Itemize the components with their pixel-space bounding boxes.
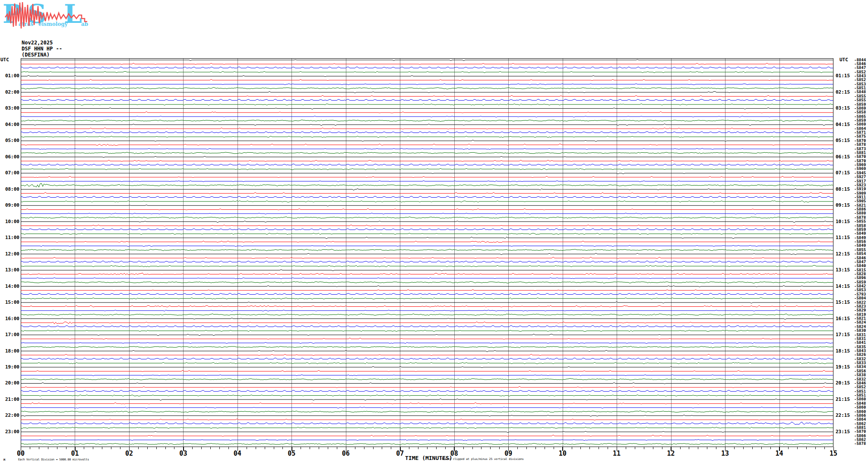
trace-offset-51: -5840 [854, 264, 866, 268]
trace-08:45 [21, 201, 833, 202]
hour-label-right-17: 17:15 [836, 332, 853, 338]
hour-label-right-6: 06:15 [836, 154, 853, 160]
header-station: (DESFINA) [22, 52, 50, 58]
trace-offset-10: -5855 [854, 98, 866, 102]
trace-13:00 [21, 270, 833, 271]
hour-label-left-8: 08:00 [0, 186, 19, 192]
trace-03:15 [21, 112, 833, 113]
hour-label-right-4: 04:15 [836, 122, 853, 128]
axis-tick-label-9: 09 [501, 450, 516, 457]
trace-18:15 [21, 354, 833, 356]
hour-label-right-3: 03:15 [836, 105, 853, 111]
scale-note: Each Vertical Division = 5000.00 microvo… [18, 458, 89, 461]
trace-offset-81: -5852 [854, 385, 866, 389]
trace-17:15 [21, 338, 833, 339]
trace-09:15 [21, 208, 833, 210]
trace-01:45 [21, 87, 833, 89]
trace-15:45 [21, 314, 833, 315]
trace-20:15 [21, 387, 833, 388]
hour-label-left-2: 02:00 [0, 89, 19, 95]
hour-label-right-18: 18:15 [836, 348, 853, 354]
trace-23:45 [21, 443, 833, 445]
hour-label-left-4: 04:00 [0, 122, 19, 128]
hour-label-left-6: 06:00 [0, 154, 19, 160]
trace-10:45 [21, 233, 833, 234]
hour-label-right-5: 05:15 [836, 138, 853, 144]
trace-18:45 [21, 362, 833, 364]
trace-00:15 [21, 63, 833, 64]
trace-15:00 [21, 302, 833, 303]
footer-mark: M [3, 458, 5, 462]
trace-09:00 [21, 205, 833, 206]
hour-label-right-22: 22:15 [836, 412, 853, 419]
utc-label-right: UTC [839, 57, 848, 63]
hour-label-right-21: 21:15 [836, 397, 853, 403]
hour-label-left-16: 16:00 [0, 316, 19, 322]
trace-07:30 [21, 181, 833, 182]
trace-12:00 [21, 253, 833, 255]
hour-label-left-3: 03:00 [0, 105, 19, 111]
hour-label-left-5: 05:00 [0, 138, 19, 144]
trace-06:45 [21, 168, 833, 170]
trace-02:15 [21, 95, 833, 97]
trace-23:30 [21, 439, 833, 441]
trace-16:45 [21, 330, 833, 331]
axis-tick-label-5: 05 [284, 450, 299, 457]
trace-10:15 [21, 225, 833, 226]
trace-offset-29: -5927 [854, 175, 866, 179]
trace-08:00 [21, 189, 833, 190]
hour-label-left-12: 12:00 [0, 251, 19, 257]
trace-21:15 [21, 403, 833, 404]
trace-08:30 [21, 196, 833, 198]
trace-16:30 [21, 326, 833, 327]
axis-tick-label-0: 00 [13, 450, 28, 457]
hour-label-left-18: 18:00 [0, 348, 19, 354]
trace-17:00 [21, 334, 833, 336]
trace-05:00 [21, 140, 833, 141]
trace-00:00 [21, 60, 833, 61]
hour-label-right-7: 07:15 [836, 170, 853, 176]
trace-09:30 [21, 213, 833, 214]
axis-tick-label-10: 10 [555, 450, 570, 457]
trace-offset-13: -5858 [854, 110, 866, 114]
hour-label-left-10: 10:00 [0, 219, 19, 225]
hour-label-left-15: 15:00 [0, 299, 19, 305]
hour-label-right-14: 14:15 [836, 283, 853, 290]
hour-label-right-20: 20:15 [836, 380, 853, 386]
trace-04:45 [21, 136, 833, 137]
hour-label-right-9: 09:15 [836, 202, 853, 208]
trace-22:15 [21, 419, 833, 420]
hour-label-right-2: 02:15 [836, 89, 853, 95]
trace-11:30 [21, 246, 833, 247]
hour-label-right-13: 13:15 [836, 267, 853, 273]
trace-04:00 [21, 124, 833, 126]
trace-10:30 [21, 229, 833, 230]
axis-tick-label-11: 11 [609, 450, 624, 457]
trace-22:00 [21, 415, 833, 416]
trace-05:15 [21, 144, 833, 145]
trace-offset-78: -5838 [854, 373, 866, 377]
utc-label-left: UTC [0, 57, 9, 63]
trace-14:30 [21, 293, 833, 295]
trace-offset-95: -5878 [854, 442, 866, 446]
header-channel: DSF HHN HP -- [22, 46, 62, 52]
trace-00:45 [21, 71, 833, 72]
trace-12:45 [21, 265, 833, 267]
trace-10:00 [21, 221, 833, 223]
trace-19:30 [21, 375, 833, 376]
trace-03:45 [21, 120, 833, 122]
trace-21:00 [21, 399, 833, 400]
trace-04:15 [21, 128, 833, 129]
hour-label-left-20: 20:00 [0, 380, 19, 386]
trace-05:30 [21, 148, 833, 150]
clip-note: Traces clipped at plus/minus 25 vertical… [441, 457, 524, 461]
trace-offset-2: -5847 [854, 66, 866, 70]
trace-offset-67: -5830 [854, 329, 866, 333]
trace-06:30 [21, 164, 833, 165]
trace-02:30 [21, 99, 833, 101]
trace-12:30 [21, 261, 833, 262]
hour-label-right-12: 12:15 [836, 251, 853, 257]
trace-21:45 [21, 411, 833, 412]
trace-offset-86: -5860 [854, 406, 866, 409]
hour-label-left-21: 21:00 [0, 397, 19, 403]
